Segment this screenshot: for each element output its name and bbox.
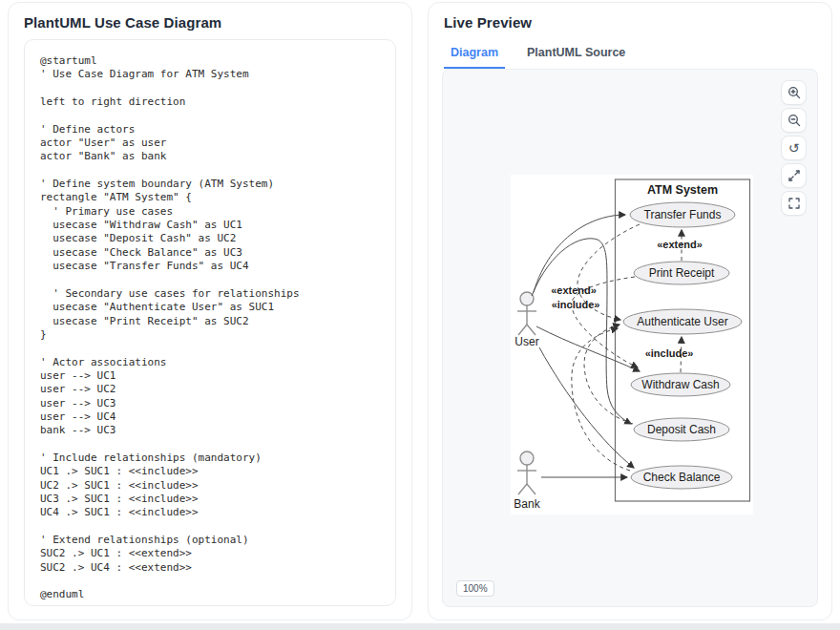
page: { "left_panel": { "title": "PlantUML Use… [0,0,840,630]
page-bottom-strip [0,623,840,630]
diagram-canvas: ATM System Transfer Funds Print Receipt … [511,175,753,514]
source-panel: PlantUML Use Case Diagram @startuml ' Us… [8,2,412,620]
plantuml-code-box[interactable]: @startuml ' Use Case Diagram for ATM Sys… [24,39,396,606]
svg-text:Bank: Bank [514,497,540,511]
svg-text:Check Balance: Check Balance [643,471,721,484]
usecase-authenticate-user: Authenticate User [623,309,742,334]
label-extend-left: «extend» [551,284,597,296]
source-panel-title: PlantUML Use Case Diagram [24,14,396,31]
svg-text:Deposit Cash: Deposit Cash [647,423,716,436]
svg-text:User: User [514,335,538,348]
zoom-out-icon [788,114,801,127]
zoom-in-button[interactable] [781,80,807,105]
tab-diagram[interactable]: Diagram [444,43,505,69]
edge-user-transfer-funds [534,215,625,292]
fullscreen-button[interactable] [781,191,807,216]
svg-text:Withdraw Cash: Withdraw Cash [641,378,719,391]
preview-panel-title: Live Preview [444,14,816,31]
usecase-transfer-funds: Transfer Funds [630,202,735,227]
preview-tabs: Diagram PlantUML Source [444,43,816,69]
usecase-diagram: ATM System Transfer Funds Print Receipt … [511,175,753,514]
reset-view-button[interactable]: ↺ [781,136,807,160]
actor-user: User [514,292,538,348]
usecase-print-receipt: Print Receipt [634,262,729,284]
svg-text:Transfer Funds: Transfer Funds [644,208,722,221]
fullscreen-icon [788,197,801,210]
preview-toolbar: ↺ [781,80,807,216]
label-extend-top: «extend» [657,239,703,250]
diagram-preview-area[interactable]: ↺ [442,69,818,607]
svg-text:Authenticate User: Authenticate User [637,315,727,328]
label-include-left: «include» [552,299,600,310]
system-boundary-title: ATM System [647,183,718,197]
system-boundary-rect [616,179,750,501]
label-include-bottom: «include» [645,347,694,359]
usecase-check-balance: Check Balance [631,466,732,489]
zoom-in-icon [788,86,801,99]
expand-icon [788,169,801,182]
reset-view-icon: ↺ [788,141,800,155]
actor-bank: Bank [514,452,540,511]
plantuml-code: @startuml ' Use Case Diagram for ATM Sys… [40,54,380,602]
usecase-withdraw-cash: Withdraw Cash [631,373,730,396]
svg-text:Print Receipt: Print Receipt [649,266,715,280]
zoom-level-badge: 100% [456,580,494,597]
expand-button[interactable] [781,163,807,188]
zoom-out-button[interactable] [781,108,807,133]
usecase-deposit-cash: Deposit Cash [634,418,729,441]
tab-plantuml-source[interactable]: PlantUML Source [520,43,632,69]
preview-panel: Live Preview Diagram PlantUML Source ↺ [428,2,832,620]
